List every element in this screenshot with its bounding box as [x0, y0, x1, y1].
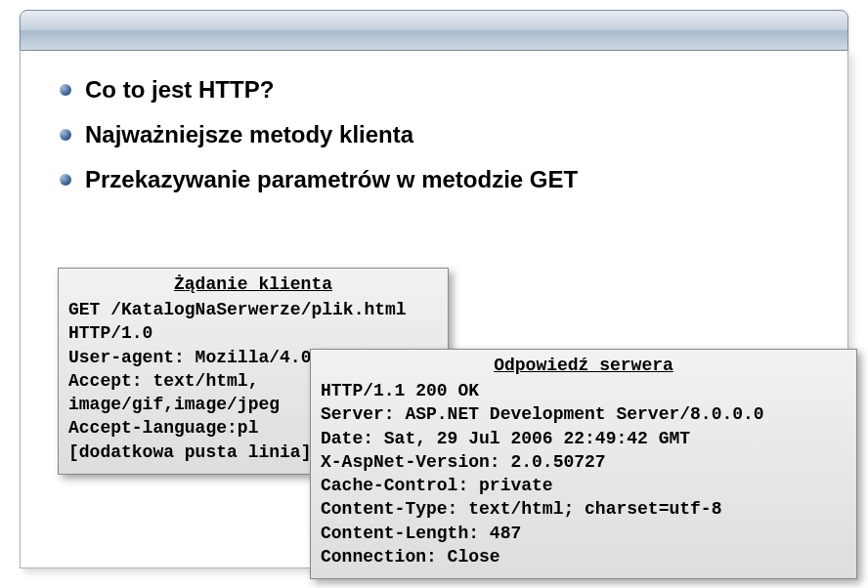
bullet-item: Co to jest HTTP? — [60, 76, 808, 104]
bullet-text: Najważniejsze metody klienta — [85, 121, 413, 148]
bullet-list: Co to jest HTTP? Najważniejsze metody kl… — [21, 51, 847, 221]
slide-title-bar — [20, 10, 848, 51]
server-response-box: Odpowiedź serwera HTTP/1.1 200 OK Server… — [310, 349, 857, 579]
response-title: Odpowiedź serwera — [321, 356, 846, 375]
bullet-item: Najważniejsze metody klienta — [60, 121, 808, 148]
slide-content-frame: Co to jest HTTP? Najważniejsze metody kl… — [20, 51, 848, 568]
bullet-text: Przekazywanie parametrów w metodzie GET — [85, 166, 578, 193]
bullet-text: Co to jest HTTP? — [85, 76, 274, 104]
response-body: HTTP/1.1 200 OK Server: ASP.NET Developm… — [321, 379, 846, 568]
bullet-item: Przekazywanie parametrów w metodzie GET — [60, 166, 808, 193]
bullet-icon — [60, 174, 71, 186]
bullet-icon — [60, 129, 71, 141]
bullet-icon — [60, 84, 71, 96]
request-title: Żądanie klienta — [68, 274, 438, 294]
